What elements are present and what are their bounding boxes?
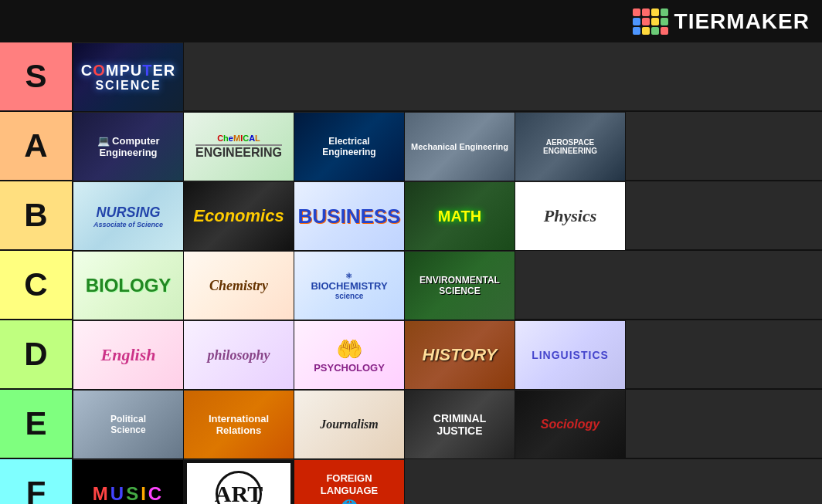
empty-e xyxy=(626,390,822,458)
tier-item-english[interactable]: English xyxy=(73,320,184,390)
tier-label-d: D xyxy=(0,320,73,388)
tier-item-journalism[interactable]: Journalism xyxy=(294,390,405,459)
tier-item-history[interactable]: HISTORY xyxy=(405,320,515,390)
tier-item-chemistry[interactable]: Chemistry xyxy=(184,251,294,320)
tier-items-a: 💻 ComputerEngineering CheMICAL ENGINEERI… xyxy=(73,112,822,180)
tier-label-f: F xyxy=(0,459,73,504)
card-music: MUSIC xyxy=(73,460,183,504)
card-chemical-engineering: CheMICAL ENGINEERING xyxy=(184,113,294,181)
card-environmental-science: ENVIRONMENTALSCIENCE xyxy=(405,252,515,320)
logo-dot xyxy=(642,18,650,25)
tier-item-aerospace-engineering[interactable]: AEROSPACEENGINEERING xyxy=(515,112,626,181)
tier-items-s: COMPUTER SCIENCE xyxy=(73,42,822,110)
tier-label-e: E xyxy=(0,390,73,458)
card-political-science: PoliticalScience xyxy=(73,391,183,458)
logo-dot xyxy=(651,8,659,16)
card-math: MATH xyxy=(405,182,515,250)
tier-item-biology[interactable]: BIOLOGY xyxy=(73,251,184,320)
tier-item-business[interactable]: BUSINESS xyxy=(294,181,405,251)
tier-item-criminal-justice[interactable]: CRIMINALJUSTICE xyxy=(405,390,515,459)
tier-row-f: F MUSIC ART FOREIGNLANGU xyxy=(0,459,822,504)
card-computer-science: COMPUTER SCIENCE xyxy=(73,43,183,111)
tier-items-b: NURSING Associate of Science Economics B… xyxy=(73,181,822,249)
card-physics: Physics xyxy=(515,182,625,250)
card-psychology: 🤲 PSYCHOLOGY xyxy=(294,321,404,389)
tier-item-art[interactable]: ART xyxy=(184,459,294,504)
tier-row-d: D English philosophy 🤲 PSYCHOLOGY xyxy=(0,320,822,390)
card-biology: BIOLOGY xyxy=(73,252,183,320)
tier-label-a: A xyxy=(0,112,73,180)
tier-row-c: C BIOLOGY Chemistry ⚛ BIOCHEMISTRY scien… xyxy=(0,251,822,320)
card-biochemistry: ⚛ BIOCHEMISTRY science xyxy=(294,252,404,320)
tier-item-foreign-language[interactable]: FOREIGNLANGUAGE 🌐 xyxy=(294,459,405,504)
card-economics: Economics xyxy=(184,182,294,250)
app-title: TiERMAKER xyxy=(674,9,810,34)
header: TiERMAKER xyxy=(0,0,822,42)
empty-d xyxy=(626,320,822,388)
logo-dot xyxy=(642,27,650,35)
logo-dot xyxy=(633,18,640,25)
card-mechanical-engineering: Mechanical Engineering xyxy=(405,113,515,181)
card-sociology: Sociology xyxy=(515,391,625,458)
tiermaker-logo: TiERMAKER xyxy=(633,8,810,35)
tier-item-political-science[interactable]: PoliticalScience xyxy=(73,390,184,459)
tier-row-b: B NURSING Associate of Science Economics… xyxy=(0,181,822,251)
card-english: English xyxy=(73,321,183,389)
empty-a xyxy=(626,112,822,180)
card-electrical-engineering: ElectricalEngineering xyxy=(294,113,404,181)
tier-item-nursing[interactable]: NURSING Associate of Science xyxy=(73,181,184,251)
logo-dot xyxy=(651,18,659,25)
tier-item-electrical-engineering[interactable]: ElectricalEngineering xyxy=(294,112,405,181)
tier-label-s: S xyxy=(0,42,73,110)
card-art: ART xyxy=(184,460,294,504)
card-criminal-justice: CRIMINALJUSTICE xyxy=(405,391,515,458)
tier-item-biochemistry[interactable]: ⚛ BIOCHEMISTRY science xyxy=(294,251,405,320)
tier-item-computer-science[interactable]: COMPUTER SCIENCE xyxy=(73,42,184,112)
empty-s xyxy=(184,42,822,110)
card-history: HISTORY xyxy=(405,321,515,389)
empty-c xyxy=(515,251,822,319)
card-aerospace-engineering: AEROSPACEENGINEERING xyxy=(515,113,625,181)
card-journalism: Journalism xyxy=(294,391,404,458)
card-business: BUSINESS xyxy=(294,182,404,250)
tier-item-economics[interactable]: Economics xyxy=(184,181,294,251)
empty-b xyxy=(626,181,822,249)
logo-dot xyxy=(661,18,668,25)
logo-dot xyxy=(651,27,659,35)
logo-dot xyxy=(661,8,668,16)
tier-item-mechanical-engineering[interactable]: Mechanical Engineering xyxy=(405,112,515,181)
card-linguistics: LINGUISTICS xyxy=(515,321,625,389)
card-computer-engineering: 💻 ComputerEngineering xyxy=(73,113,183,181)
tier-row-a: A 💻 ComputerEngineering CheMICAL ENGINEE… xyxy=(0,112,822,181)
tier-label-c: C xyxy=(0,251,73,319)
tier-item-psychology[interactable]: 🤲 PSYCHOLOGY xyxy=(294,320,405,390)
tier-items-e: PoliticalScience InternationalRelations … xyxy=(73,390,822,458)
tier-item-international-relations[interactable]: InternationalRelations xyxy=(184,390,294,459)
logo-grid xyxy=(633,8,668,35)
logo-dot xyxy=(661,27,668,35)
tier-item-philosophy[interactable]: philosophy xyxy=(184,320,294,390)
card-nursing: NURSING Associate of Science xyxy=(73,182,183,250)
tier-item-computer-engineering[interactable]: 💻 ComputerEngineering xyxy=(73,112,184,181)
tier-label-b: B xyxy=(0,181,73,249)
tier-item-math[interactable]: MATH xyxy=(405,181,515,251)
tier-item-linguistics[interactable]: LINGUISTICS xyxy=(515,320,626,390)
tier-item-environmental-science[interactable]: ENVIRONMENTALSCIENCE xyxy=(405,251,515,320)
tier-item-physics[interactable]: Physics xyxy=(515,181,626,251)
tier-item-sociology[interactable]: Sociology xyxy=(515,390,626,459)
tier-items-c: BIOLOGY Chemistry ⚛ BIOCHEMISTRY science xyxy=(73,251,822,319)
logo-dot xyxy=(633,8,640,16)
card-foreign-language: FOREIGNLANGUAGE 🌐 xyxy=(294,460,404,504)
tier-container: S COMPUTER SCIENCE A xyxy=(0,42,822,504)
tier-items-f: MUSIC ART FOREIGNLANGUAGE 🌐 xyxy=(73,459,822,504)
logo-dot xyxy=(633,27,640,35)
card-chemistry: Chemistry xyxy=(184,252,294,320)
tier-item-music[interactable]: MUSIC xyxy=(73,459,184,504)
empty-f xyxy=(405,459,822,504)
tier-items-d: English philosophy 🤲 PSYCHOLOGY HISTO xyxy=(73,320,822,388)
tier-item-chemical-engineering[interactable]: CheMICAL ENGINEERING xyxy=(184,112,294,181)
logo-dot xyxy=(642,8,650,16)
tier-row-e: E PoliticalScience InternationalRelation… xyxy=(0,390,822,459)
card-international-relations: InternationalRelations xyxy=(184,391,294,458)
tier-row-s: S COMPUTER SCIENCE xyxy=(0,42,822,112)
